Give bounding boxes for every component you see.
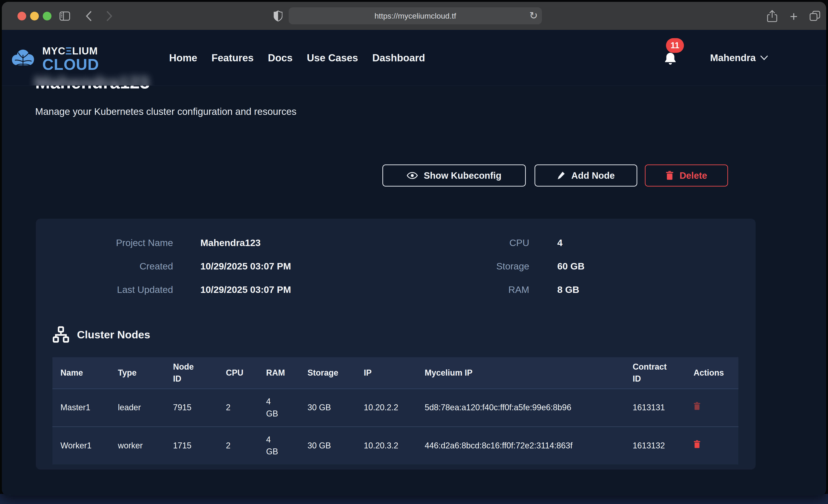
cell-type: leader [110, 389, 165, 427]
pencil-icon [557, 171, 565, 180]
project-name-label: Project Name [36, 238, 173, 248]
site-navbar: Mahendra123 MYCΞLIUM CLOUD Home F [2, 30, 826, 86]
cell-actions [686, 427, 738, 464]
nav-item-dashboard[interactable]: Dashboard [372, 52, 425, 64]
minimize-window-button[interactable] [30, 12, 39, 20]
table-header-row: Name Type Node ID CPU RAM Storage IP Myc… [52, 357, 738, 389]
cell-mycelium-ip: 446:d2a6:8bcd:8c16:ff0f:72e2:3114:863f [417, 427, 625, 464]
cpu-value: 4 [557, 238, 672, 248]
logo-text: MYCΞLIUM CLOUD [42, 46, 99, 72]
cell-ram: 4 GB [258, 389, 299, 427]
nav-links: Home Features Docs Use Cases Dashboard [169, 30, 425, 86]
url-bar[interactable]: https://myceliumcloud.tf ↻ [289, 7, 542, 24]
details-left-column: Project Name Mahendra123 Created 10/29/2… [36, 237, 338, 296]
close-window-button[interactable] [17, 12, 26, 20]
cluster-nodes-title: Cluster Nodes [77, 328, 150, 341]
col-actions: Actions [686, 357, 738, 389]
cell-ram: 4 GB [258, 427, 299, 464]
cluster-details-card: Project Name Mahendra123 Created 10/29/2… [36, 219, 756, 469]
user-name: Mahendra [710, 52, 756, 64]
cell-cpu: 2 [218, 389, 258, 427]
storage-label: Storage [380, 261, 529, 272]
share-icon[interactable] [766, 10, 778, 22]
cell-name: Master1 [52, 389, 110, 427]
reload-icon[interactable]: ↻ [529, 10, 538, 22]
col-cpu: CPU [218, 357, 258, 389]
col-contract-id: Contract ID [625, 357, 686, 389]
notification-bell-icon[interactable] [663, 51, 677, 66]
cell-name: Worker1 [52, 427, 110, 464]
col-storage: Storage [299, 357, 356, 389]
cell-node-id: 7915 [165, 389, 218, 427]
cell-actions [686, 389, 738, 427]
cell-ip: 10.20.2.2 [356, 389, 417, 427]
trash-icon [694, 440, 700, 449]
details-right-column: CPU 4 Storage 60 GB RAM 8 GB [380, 237, 672, 296]
trash-icon [694, 402, 700, 410]
col-node-id: Node ID [165, 357, 218, 389]
ram-label: RAM [380, 284, 529, 295]
chevron-down-icon [760, 55, 768, 60]
cell-mycelium-ip: 5d8:78ea:a120:f40c:ff0f:a5fe:99e6:8b96 [417, 389, 625, 427]
logo[interactable]: MYCΞLIUM CLOUD [8, 46, 99, 72]
cell-contract-id: 1613132 [625, 427, 686, 464]
cell-storage: 30 GB [299, 427, 356, 464]
page-content: Mahendra123 Mahendra123 MYCΞLIUM CLOUD [2, 30, 826, 496]
table-row: Worker1 worker 1715 2 4 GB 30 GB 10.20.3… [52, 427, 738, 464]
cluster-nodes-icon [53, 326, 69, 343]
created-value: 10/29/2025 03:07 PM [200, 261, 338, 272]
delete-cluster-button[interactable]: Delete [645, 165, 728, 186]
tab-overview-icon[interactable] [809, 10, 821, 22]
cell-ip: 10.20.3.2 [356, 427, 417, 464]
show-kubeconfig-button[interactable]: Show Kubeconfig [382, 165, 526, 186]
table-row: Master1 leader 7915 2 4 GB 30 GB 10.20.2… [52, 389, 738, 427]
add-node-button[interactable]: Add Node [535, 165, 637, 186]
nav-item-home[interactable]: Home [169, 52, 197, 64]
sidebar-toggle-icon[interactable] [59, 10, 71, 22]
cluster-nodes-header: Cluster Nodes [53, 326, 150, 343]
privacy-shield-icon[interactable] [272, 10, 284, 22]
notification-badge: 11 [666, 38, 684, 53]
cell-contract-id: 1613131 [625, 389, 686, 427]
nav-item-use-cases[interactable]: Use Cases [307, 52, 358, 64]
cpu-label: CPU [380, 238, 529, 248]
storage-value: 60 GB [557, 261, 672, 272]
page-title-ghost: Mahendra123 [35, 73, 149, 86]
cell-cpu: 2 [218, 427, 258, 464]
last-updated-label: Last Updated [36, 284, 173, 295]
back-icon[interactable] [83, 10, 95, 22]
browser-chrome: https://myceliumcloud.tf ↻ + [2, 2, 826, 30]
mycelium-cloud-logo-icon [8, 49, 38, 69]
nav-item-features[interactable]: Features [211, 52, 253, 64]
user-menu[interactable]: Mahendra [710, 30, 768, 86]
created-label: Created [36, 261, 173, 272]
trash-icon [666, 171, 673, 180]
page-subtitle: Manage your Kubernetes cluster configura… [35, 106, 296, 117]
cluster-nodes-table: Name Type Node ID CPU RAM Storage IP Myc… [52, 357, 738, 464]
cell-type: worker [110, 427, 165, 464]
zoom-window-button[interactable] [43, 12, 51, 20]
cell-node-id: 1715 [165, 427, 218, 464]
last-updated-value: 10/29/2025 03:07 PM [200, 284, 338, 295]
logo-stylized-e: Ξ [66, 45, 72, 56]
url-text: https://myceliumcloud.tf [374, 11, 456, 20]
col-type: Type [110, 357, 165, 389]
eye-icon [407, 172, 418, 179]
cell-storage: 30 GB [299, 389, 356, 427]
col-ram: RAM [258, 357, 299, 389]
forward-icon[interactable] [104, 10, 115, 22]
ram-value: 8 GB [557, 284, 672, 295]
browser-window: https://myceliumcloud.tf ↻ + Mahendra123… [2, 2, 826, 496]
delete-node-button[interactable] [694, 440, 700, 449]
col-mycelium-ip: Mycelium IP [417, 357, 625, 389]
project-name-value: Mahendra123 [200, 238, 338, 248]
col-ip: IP [356, 357, 417, 389]
delete-node-button[interactable] [694, 402, 700, 411]
nav-item-docs[interactable]: Docs [268, 52, 293, 64]
col-name: Name [52, 357, 110, 389]
new-tab-icon[interactable]: + [788, 10, 800, 22]
